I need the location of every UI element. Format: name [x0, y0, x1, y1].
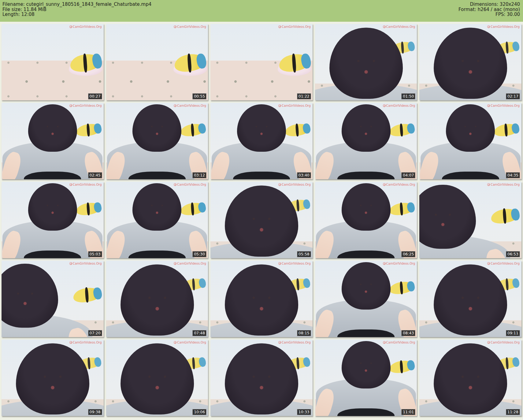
timestamp-badge: 04:35: [506, 172, 520, 178]
file-info-block: Filename: cutegirl_sunny_180516_1843_fem…: [2, 2, 151, 17]
watermark: CamGirlVideos.Org: [487, 25, 520, 28]
person-figure: [2, 182, 104, 258]
plush-strap-shape: [187, 53, 192, 72]
watermark-logo-icon: [487, 25, 490, 28]
timestamp-badge: 02:45: [88, 172, 102, 178]
watermark-text: CamGirlVideos.Org: [73, 262, 102, 265]
watermark-text: CamGirlVideos.Org: [386, 104, 415, 107]
person-figure: [210, 262, 313, 337]
person-figure: [315, 261, 417, 337]
face-shape: [38, 191, 67, 217]
watermark-logo-icon: [174, 183, 176, 186]
watermark: CamGirlVideos.Org: [69, 341, 102, 344]
video-thumbnail: CamGirlVideos.Org 04:07: [315, 103, 417, 179]
watermark-logo-icon: [383, 25, 386, 28]
video-thumbnail: CamGirlVideos.Org 00:27: [2, 24, 104, 100]
video-thumbnail: CamGirlVideos.Org 08:15: [210, 261, 313, 337]
face-shape: [135, 276, 178, 315]
video-thumbnail: CamGirlVideos.Org 01:22: [210, 24, 313, 100]
video-thumbnail: CamGirlVideos.Org 00:55: [106, 24, 208, 100]
watermark: CamGirlVideos.Org: [487, 341, 520, 344]
watermark-logo-icon: [278, 183, 281, 186]
watermark-text: CamGirlVideos.Org: [177, 341, 206, 344]
video-thumbnail: CamGirlVideos.Org 08:43: [315, 261, 417, 337]
watermark: CamGirlVideos.Org: [278, 104, 311, 107]
watermark-logo-icon: [487, 341, 490, 344]
person-figure: [419, 341, 521, 416]
watermark-text: CamGirlVideos.Org: [386, 25, 415, 28]
face-shape: [240, 276, 283, 315]
watermark-text: CamGirlVideos.Org: [491, 341, 520, 344]
timestamp-badge: 06:25: [401, 251, 415, 257]
watermark-logo-icon: [487, 183, 490, 186]
timestamp-badge: 02:17: [506, 93, 520, 99]
watermark-logo-icon: [278, 104, 281, 107]
face-shape: [352, 112, 380, 138]
watermark-text: CamGirlVideos.Org: [282, 183, 311, 186]
video-thumbnail: CamGirlVideos.Org 03:40: [210, 103, 313, 179]
plush-strap-shape: [83, 53, 87, 72]
face-shape: [449, 276, 492, 315]
person-figure: [210, 341, 313, 416]
person-figure: [106, 103, 208, 179]
person-figure: [419, 183, 512, 258]
person-figure: [315, 182, 417, 258]
dimensions-line: Dimensions: 320x240: [458, 2, 520, 7]
watermark-text: CamGirlVideos.Org: [491, 25, 520, 28]
watermark: CamGirlVideos.Org: [69, 183, 102, 186]
watermark: CamGirlVideos.Org: [174, 262, 206, 265]
watermark: CamGirlVideos.Org: [174, 25, 206, 28]
person-figure: [419, 25, 521, 100]
face-shape: [456, 112, 484, 138]
face-shape: [143, 191, 171, 217]
watermark-text: CamGirlVideos.Org: [491, 183, 520, 186]
timestamp-badge: 00:27: [88, 93, 102, 99]
stream-info-block: Dimensions: 320x240 Format: h264 / aac (…: [458, 2, 520, 17]
video-thumbnail: CamGirlVideos.Org 03:12: [106, 103, 208, 179]
thumbnail-grid: CamGirlVideos.Org 00:27 CamGirlVideos.Or…: [0, 22, 523, 419]
timestamp-badge: 07:48: [192, 330, 206, 336]
video-thumbnail: CamGirlVideos.Org 07:20: [2, 261, 104, 337]
face-shape: [352, 349, 380, 375]
watermark-text: CamGirlVideos.Org: [73, 341, 102, 344]
watermark: CamGirlVideos.Org: [383, 25, 415, 28]
watermark: CamGirlVideos.Org: [69, 104, 102, 107]
timestamp-badge: 05:58: [297, 251, 311, 257]
person-figure: [315, 25, 417, 100]
timestamp-badge: 01:50: [401, 93, 415, 99]
video-thumbnail: CamGirlVideos.Org 02:45: [2, 103, 104, 179]
timestamp-badge: 11:28: [506, 409, 520, 415]
watermark-logo-icon: [174, 341, 176, 344]
person-figure: [106, 341, 208, 416]
video-thumbnail: CamGirlVideos.Org 06:25: [315, 182, 417, 258]
timestamp-badge: 07:20: [88, 330, 102, 336]
watermark-logo-icon: [383, 341, 386, 344]
face-shape: [345, 39, 388, 78]
watermark: CamGirlVideos.Org: [383, 183, 415, 186]
timestamp-badge: 03:12: [192, 172, 206, 178]
face-shape: [424, 195, 462, 230]
watermark-logo-icon: [487, 104, 490, 107]
timestamp-badge: 11:01: [401, 409, 415, 415]
watermark: CamGirlVideos.Org: [278, 341, 311, 344]
watermark: CamGirlVideos.Org: [278, 25, 311, 28]
watermark-text: CamGirlVideos.Org: [177, 183, 206, 186]
watermark-text: CamGirlVideos.Org: [73, 25, 102, 28]
timestamp-badge: 05:03: [88, 251, 102, 257]
fps-line: FPS: 30.00: [458, 12, 520, 17]
video-thumbnail: CamGirlVideos.Org 02:17: [419, 24, 521, 100]
watermark-logo-icon: [69, 104, 72, 107]
timestamp-badge: 04:07: [401, 172, 415, 178]
watermark-logo-icon: [278, 25, 281, 28]
watermark-logo-icon: [383, 104, 386, 107]
timestamp-badge: 08:43: [401, 330, 415, 336]
video-thumbnail: CamGirlVideos.Org 10:06: [106, 340, 208, 416]
person-figure: [419, 103, 521, 179]
watermark: CamGirlVideos.Org: [383, 341, 415, 344]
watermark-logo-icon: [383, 262, 386, 265]
filesize-line: File size: 11.84 MiB: [2, 7, 151, 12]
timestamp-badge: 09:11: [506, 330, 520, 336]
video-thumbnail: CamGirlVideos.Org 07:48: [106, 261, 208, 337]
video-thumbnail: CamGirlVideos.Org 04:35: [419, 103, 521, 179]
face-shape: [240, 355, 283, 394]
